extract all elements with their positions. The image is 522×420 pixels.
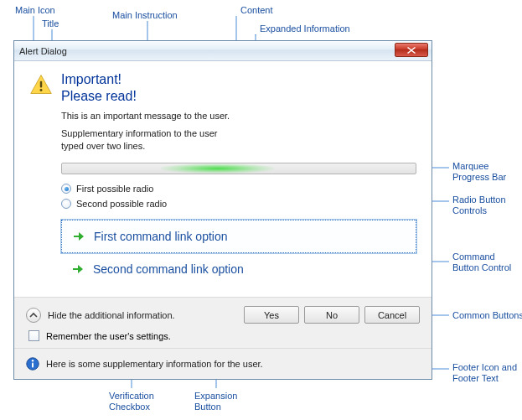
command-link-1[interactable]: First command link option [61,220,416,253]
callout-expansion: Expansion Button [194,391,237,412]
callout-footer: Footer Icon and Footer Text [452,362,517,384]
warning-icon [29,73,53,96]
cancel-button[interactable]: Cancel [364,306,420,324]
instruction-line1: Important! [61,71,137,88]
content-text: This is an important message to the user… [61,110,416,153]
content-line3: typed over two lines. [61,140,416,153]
command-link-label: Second command link option [93,262,244,276]
radio-indicator-icon [61,199,71,209]
no-button[interactable]: No [304,306,359,324]
callout-common-buttons: Common Buttons [452,310,522,321]
radio-label: Second possible radio [76,199,167,209]
radio-option-2[interactable]: Second possible radio [61,196,416,211]
footer-panel: Hide the additional information. Yes No … [14,297,432,348]
callout-verification: Verification Checkbox [109,391,154,412]
svg-point-17 [40,89,43,91]
callout-marquee: Marquee Progress Bar [452,161,506,183]
svg-rect-16 [40,81,42,88]
callout-cmdlink: Command Button Control [452,251,511,273]
chevron-up-icon [29,311,38,319]
verification-label: Remember the user's settings. [46,331,171,341]
content-line2: Supplementary information to the user [61,127,416,140]
svg-rect-19 [32,363,34,368]
close-button[interactable] [395,43,428,57]
content-line1: This is an important message to the user… [61,110,416,122]
radio-option-1[interactable]: First possible radio [61,181,416,196]
callout-main-icon: Main Icon [15,5,55,16]
command-link-label: First command link option [94,230,228,243]
titlebar[interactable]: Alert Dialog [14,41,432,61]
arrow-right-icon [70,229,85,244]
marquee-progress-bar [61,163,416,174]
verification-checkbox[interactable] [28,330,39,341]
main-instruction: Important! Please read! [61,71,137,105]
instruction-line2: Please read! [61,88,137,105]
radio-group: First possible radio Second possible rad… [61,181,416,211]
expansion-button[interactable] [26,308,41,323]
command-link-2[interactable]: Second command link option [61,253,416,285]
radio-label: First possible radio [76,184,153,194]
expansion-label: Hide the additional information. [48,310,175,320]
info-icon [26,357,39,371]
callout-main-instruction: Main Instruction [112,10,178,21]
callout-expanded-info: Expanded Information [260,23,350,34]
footer-info: Here is some supplementary information f… [14,348,432,379]
alert-dialog-window: Alert Dialog Important! Please read! Thi… [13,40,432,380]
radio-indicator-icon [61,184,71,194]
close-icon [407,47,416,54]
common-buttons: Yes No Cancel [244,306,420,324]
callout-radios: Radio Button Controls [452,194,506,216]
callout-title: Title [42,18,59,29]
window-title: Alert Dialog [19,46,67,56]
command-links: First command link option Second command… [61,220,416,285]
arrow-right-icon [70,262,85,277]
svg-point-20 [32,360,34,361]
yes-button[interactable]: Yes [244,306,299,324]
content-area: Important! Please read! This is an impor… [14,61,432,297]
callout-content: Content [240,5,273,16]
footer-text: Here is some supplementary information f… [46,359,263,369]
